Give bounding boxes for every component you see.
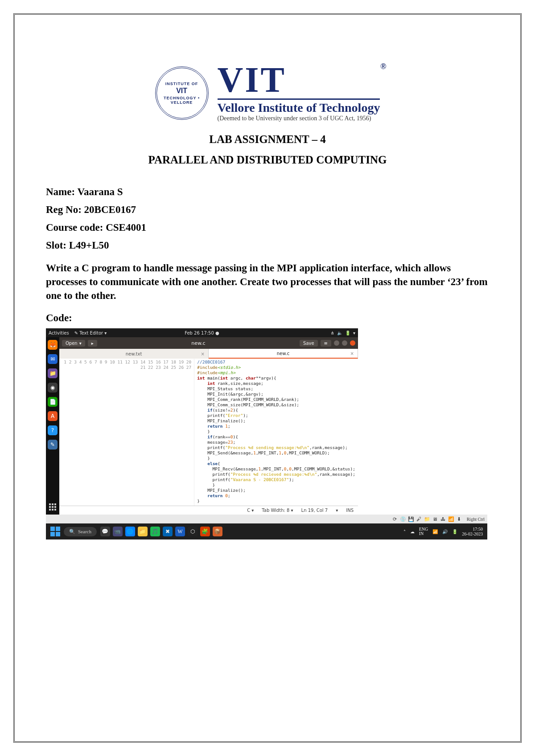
taskbar-app-icon[interactable]: 📦 [213,527,222,536]
hamburger-menu-icon[interactable]: ≡ [321,340,331,347]
firefox-icon[interactable]: 🦊 [48,340,58,350]
topbar-status-icon[interactable]: ⋔ [331,331,334,335]
taskbar-app-icon[interactable]: 🧩 [200,527,210,536]
topbar-status-icon[interactable]: 🔈 [337,331,342,335]
app-menu[interactable]: ✎ Text Editor ▾ [74,331,107,335]
vm-hostkey-label: Right Ctrl [467,517,485,522]
topbar-status-icon[interactable]: ▾ [353,331,355,335]
reg-label: Reg No: [46,204,84,215]
vm-indicator-icon[interactable]: 📁 [424,516,430,522]
name-value: Vaarana S [77,186,123,197]
taskbar-app-icon[interactable]: 📹 [113,527,123,536]
new-tab-button[interactable]: ▸ [88,340,97,347]
onedrive-icon[interactable]: ☁ [410,529,415,534]
windows-taskbar: 🔍 Search 💬📹🌐📁🎵✖W⬡🧩📦 ˄ ☁ ENG IN 📶 🔊 🔋 17:… [46,523,487,539]
vm-status-bar: ⟳💿💾🖋📁🖥🖧📶⬇Right Ctrl [46,515,487,523]
help-icon[interactable]: ? [48,425,58,435]
vm-indicator-icon[interactable]: 📶 [448,516,454,522]
ubuntu-screenshot: Activities ✎ Text Editor ▾ Feb 26 17:50 … [46,328,358,515]
battery-icon[interactable]: 🔋 [452,529,457,534]
gedit-tab[interactable]: new.c× [209,349,358,359]
code-text[interactable]: //20BCE0167 #include<stdio.h> #include<m… [194,359,358,506]
search-placeholder: Search [78,529,91,534]
language-indicator[interactable]: ENG IN [419,527,428,536]
taskbar-right: ˄ ☁ ENG IN 📶 🔊 🔋 17:50 26-02-2023 [403,527,483,536]
libreoffice-icon[interactable]: 📄 [48,397,58,407]
taskbar-app-icon[interactable]: 🎵 [150,527,160,536]
close-icon[interactable] [350,340,355,346]
tab-close-icon[interactable]: × [350,351,354,356]
taskbar-app-icon[interactable]: 📁 [138,527,148,536]
minimize-icon[interactable] [334,340,339,346]
gedit-title: new.c [100,340,297,346]
taskbar-clock[interactable]: 17:50 26-02-2023 [462,527,483,536]
gedit-tab[interactable]: new.txt× [59,349,209,359]
tab-close-icon[interactable]: × [201,351,205,356]
vit-deemed-line: (Deemed to be University under section 3… [218,115,380,122]
line-number-gutter: 1 2 3 4 5 6 7 8 9 10 11 12 13 14 15 16 1… [59,359,194,506]
vit-logo-text: VIT ® [218,64,380,96]
vit-header: INSTITUTE OF VIT TECHNOLOGY • VELLORE VI… [46,64,489,122]
taskbar-date: 26-02-2023 [462,531,483,536]
reg-value: 20BCE0167 [84,204,136,215]
thunderbird-icon[interactable]: ✉ [48,354,58,364]
vm-indicator-icon[interactable]: ⬇ [456,516,462,522]
vm-indicator-icon[interactable]: ⟳ [392,516,398,522]
field-slot: Slot: L49+L50 [46,240,489,251]
slot-value: L49+L50 [69,240,109,251]
taskbar-time: 17:50 [462,527,483,531]
taskbar-app-icon[interactable]: 🌐 [125,527,135,536]
status-lang[interactable]: C ▾ [247,508,254,513]
maximize-icon[interactable] [342,340,347,346]
wifi-icon[interactable]: 📶 [432,529,438,534]
course-label: Course code: [46,222,106,233]
taskbar-app-icon[interactable]: W [175,527,185,536]
registered-icon: ® [380,63,388,70]
files-icon[interactable]: 📁 [48,368,58,378]
status-tabwidth[interactable]: Tab Width: 8 ▾ [262,508,293,513]
save-button[interactable]: Save [300,340,318,347]
field-course: Course code: CSE4001 [46,222,489,233]
seal-arc-bottom: TECHNOLOGY • VELLORE [157,96,207,105]
page-frame: INSTITUTE OF VIT TECHNOLOGY • VELLORE VI… [13,13,522,743]
volume-icon[interactable]: 🔊 [442,529,448,534]
gedit-window: Open ▾ ▸ new.c Save ≡ new.txt×new.c× 1 2… [59,337,358,515]
seal-arc-top: INSTITUTE OF [165,82,198,86]
gedit-icon[interactable]: ✎ [48,440,58,450]
taskbar-search[interactable]: 🔍 Search [64,527,97,536]
vm-indicator-icon[interactable]: 💾 [408,516,414,522]
vit-logo-letters: VIT [218,60,286,99]
activities-button[interactable]: Activities [49,331,69,335]
status-ins: INS [346,508,354,513]
ubuntu-dock: 🦊 ✉ 📁 ◉ 📄 A ? ✎ [46,337,59,515]
vit-text-block: VIT ® Vellore Institute of Technology (D… [218,64,380,122]
gedit-tabs: new.txt×new.c× [59,349,358,359]
vm-indicator-icon[interactable]: 💿 [400,516,406,522]
taskbar-app-icon[interactable]: ✖ [163,527,173,536]
vm-indicator-icon[interactable]: 🖋 [416,516,422,522]
seal-center-text: VIT [176,87,187,95]
open-button[interactable]: Open ▾ [62,340,85,347]
topbar-status-icon[interactable]: 🔋 [345,331,350,335]
taskbar-app-icon[interactable]: 💬 [100,527,110,536]
taskbar-app-icon[interactable]: ⬡ [188,527,198,536]
field-name: Name: Vaarana S [46,186,489,198]
show-apps-icon[interactable] [48,502,58,512]
status-cursor: Ln 19, Col 7 [301,508,328,513]
vit-full-name: Vellore Institute of Technology [218,101,380,115]
taskbar-apps: 💬📹🌐📁🎵✖W⬡🧩📦 [100,527,222,536]
start-button[interactable] [50,527,60,536]
vm-indicator-icon[interactable]: 🖧 [440,516,446,522]
rhythmbox-icon[interactable]: ◉ [48,383,58,392]
gnome-topbar: Activities ✎ Text Editor ▾ Feb 26 17:50 … [46,328,358,337]
gedit-statusbar: C ▾ Tab Width: 8 ▾ Ln 19, Col 7 ▾ INS [59,506,358,515]
vm-indicator-icon[interactable]: 🖥 [432,516,438,522]
code-area[interactable]: 1 2 3 4 5 6 7 8 9 10 11 12 13 14 15 16 1… [59,359,358,506]
slot-label: Slot: [46,240,69,251]
tray-chevron-icon[interactable]: ˄ [403,529,406,534]
status-ins-dropdown[interactable]: ▾ [336,508,338,513]
system-tray[interactable]: ⋔🔈🔋▾ [331,331,355,335]
name-label: Name: [46,186,77,197]
gedit-headerbar: Open ▾ ▸ new.c Save ≡ [59,337,358,349]
software-icon[interactable]: A [48,411,58,421]
